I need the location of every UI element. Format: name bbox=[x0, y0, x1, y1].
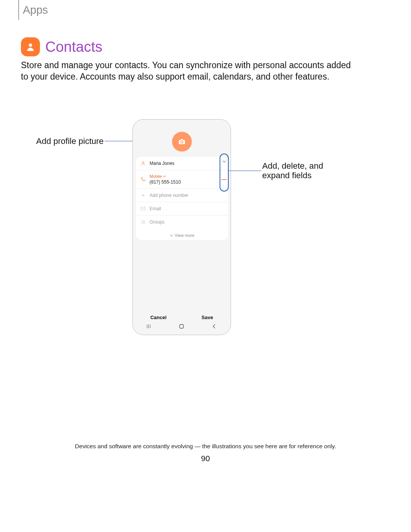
callout-add-delete-expand: Add, delete, and expand fields bbox=[262, 161, 323, 181]
mail-icon bbox=[140, 206, 146, 211]
home-nav-icon[interactable] bbox=[178, 323, 185, 331]
groups-field-row[interactable]: Groups bbox=[136, 216, 228, 228]
add-phone-number-row[interactable]: Add phone number bbox=[136, 189, 228, 202]
save-button[interactable]: Save bbox=[202, 315, 213, 320]
back-nav-icon[interactable] bbox=[211, 323, 217, 331]
phone-type-selector[interactable]: Mobile bbox=[150, 174, 224, 179]
section-header: Apps bbox=[18, 0, 48, 20]
name-field-row[interactable]: Maria Jones bbox=[136, 157, 228, 170]
form-action-row: Cancel Save bbox=[133, 315, 231, 320]
email-field-row[interactable]: Email bbox=[136, 202, 228, 216]
chevron-down-icon bbox=[170, 234, 173, 237]
phone-mockup: Maria Jones Mobile (817) 555-1510 bbox=[132, 119, 231, 335]
svg-point-4 bbox=[143, 221, 145, 222]
figure: Add profile picture Maria Jones Mobile bbox=[21, 118, 360, 339]
plus-icon bbox=[140, 193, 146, 198]
footer-caption: Devices and software are constantly evol… bbox=[0, 443, 411, 450]
cancel-button[interactable]: Cancel bbox=[150, 315, 167, 320]
groups-icon bbox=[140, 219, 146, 225]
callout-add-profile-picture: Add profile picture bbox=[36, 136, 104, 146]
name-field-value: Maria Jones bbox=[150, 161, 224, 166]
view-more-label: View more bbox=[175, 233, 194, 238]
callout-line bbox=[229, 171, 261, 171]
callout-text-line1: Add, delete, and bbox=[262, 161, 323, 171]
phone-number-value: (817) 555-1510 bbox=[150, 179, 224, 185]
add-profile-picture-button[interactable] bbox=[172, 132, 192, 152]
expand-field-icon[interactable] bbox=[222, 158, 226, 165]
person-icon bbox=[140, 161, 146, 166]
contact-form-card: Maria Jones Mobile (817) 555-1510 bbox=[136, 157, 228, 240]
camera-icon bbox=[178, 139, 186, 145]
page-number: 90 bbox=[0, 454, 411, 463]
title-row: Contacts bbox=[21, 37, 102, 56]
svg-point-0 bbox=[29, 43, 32, 47]
section-header-text: Apps bbox=[23, 4, 48, 16]
svg-rect-5 bbox=[180, 324, 183, 328]
phone-icon bbox=[140, 177, 146, 182]
fields-highlight-box: — bbox=[220, 153, 229, 192]
phone-field-row[interactable]: Mobile (817) 555-1510 bbox=[136, 170, 228, 189]
view-more-button[interactable]: View more bbox=[136, 228, 228, 240]
intro-paragraph: Store and manage your contacts. You can … bbox=[21, 60, 356, 83]
phone-type-label: Mobile bbox=[150, 174, 162, 179]
contacts-app-icon bbox=[21, 37, 40, 56]
recents-nav-icon[interactable] bbox=[146, 323, 152, 331]
svg-point-1 bbox=[142, 161, 144, 163]
delete-field-icon[interactable]: — bbox=[221, 176, 227, 182]
svg-rect-2 bbox=[141, 207, 145, 210]
groups-label: Groups bbox=[150, 219, 224, 225]
email-label: Email bbox=[150, 206, 224, 211]
page-title: Contacts bbox=[45, 39, 102, 55]
android-nav-bar bbox=[133, 323, 231, 331]
svg-point-3 bbox=[142, 220, 143, 222]
chevron-down-icon bbox=[163, 175, 166, 178]
add-phone-label: Add phone number bbox=[150, 193, 224, 198]
callout-text-line2: expand fields bbox=[262, 171, 312, 180]
